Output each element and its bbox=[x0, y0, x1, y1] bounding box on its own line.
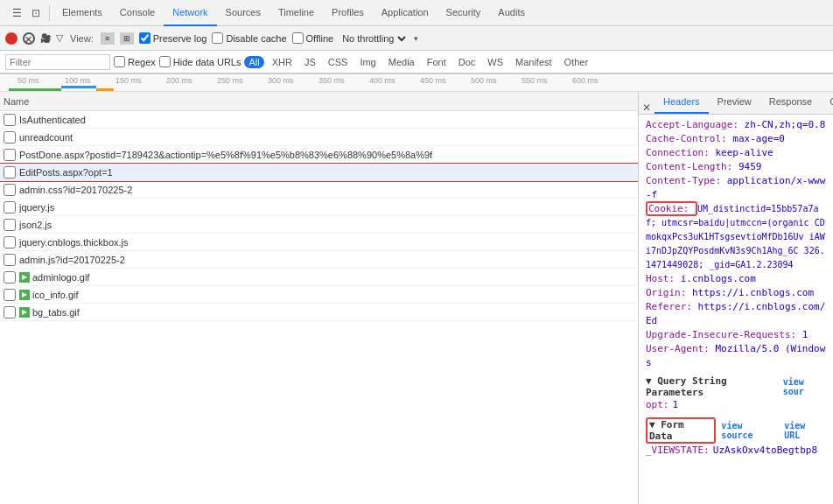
close-panel-button[interactable]: ✕ bbox=[642, 102, 651, 114]
row-checkbox-7[interactable] bbox=[4, 236, 16, 248]
row-name-11: bg_tabs.gif bbox=[32, 307, 634, 318]
header-upgrade-insecure: Upgrade-Insecure-Requests: 1 bbox=[646, 328, 826, 342]
filter-input[interactable] bbox=[5, 54, 110, 70]
tab-timeline[interactable]: Timeline bbox=[270, 0, 323, 26]
tab-network[interactable]: Network bbox=[164, 0, 216, 26]
device-icon[interactable]: ⊡ bbox=[28, 5, 44, 21]
header-referer: Referer: https://i.cnblogs.com/Ed bbox=[646, 300, 826, 328]
filter-tag-xhr[interactable]: XHR bbox=[268, 56, 297, 68]
gif-icon-9: ▶ bbox=[19, 272, 30, 283]
filter-tag-other[interactable]: Other bbox=[560, 56, 593, 68]
row-name-9: adminlogo.gif bbox=[32, 272, 634, 283]
table-row[interactable]: PostDone.aspx?postid=7189423&actiontip=%… bbox=[0, 146, 638, 164]
filter-row: Regex Hide data URLs All XHR JS CSS Img … bbox=[0, 51, 833, 74]
disable-cache-checkbox[interactable] bbox=[212, 32, 223, 44]
table-row[interactable]: ▶ ico_info.gif bbox=[0, 286, 638, 304]
row-checkbox-2[interactable] bbox=[4, 149, 16, 161]
row-name-0: IsAuthenticated bbox=[19, 115, 634, 125]
row-checkbox-6[interactable] bbox=[4, 219, 16, 231]
table-row[interactable]: jquery.cnblogs.thickbox.js bbox=[0, 234, 638, 251]
hide-data-checkbox[interactable] bbox=[159, 56, 171, 67]
tab-audits[interactable]: Audits bbox=[489, 0, 534, 26]
filter-tag-doc[interactable]: Doc bbox=[454, 56, 480, 68]
grid-view-btn[interactable]: ⊞ bbox=[120, 32, 134, 45]
offline-label[interactable]: Offline bbox=[292, 32, 334, 44]
request-list: Name IsAuthenticated unreadcount PostDon… bbox=[0, 92, 639, 504]
main-content: Name IsAuthenticated unreadcount PostDon… bbox=[0, 92, 833, 504]
panel-tab-response[interactable]: Response bbox=[760, 92, 822, 114]
panel-tab-preview[interactable]: Preview bbox=[709, 92, 760, 114]
row-checkbox-1[interactable] bbox=[4, 131, 16, 144]
row-name-8: admin.js?id=20170225-2 bbox=[19, 255, 634, 265]
panel-tab-headers[interactable]: Headers bbox=[654, 92, 709, 114]
tab-application[interactable]: Application bbox=[373, 0, 438, 26]
throttle-dropdown-arrow[interactable]: ▾ bbox=[414, 34, 418, 43]
query-string-section: ▼ Query String Parameters view sour bbox=[646, 375, 826, 398]
filter-tag-js[interactable]: JS bbox=[300, 56, 320, 68]
offline-checkbox[interactable] bbox=[292, 32, 304, 44]
row-checkbox-0[interactable] bbox=[4, 114, 16, 126]
row-name-5: jquery.js bbox=[19, 202, 634, 213]
row-checkbox-11[interactable] bbox=[4, 306, 16, 318]
regex-checkbox[interactable] bbox=[114, 56, 125, 67]
row-checkbox-4[interactable] bbox=[4, 184, 16, 196]
filter-tag-manifest[interactable]: Manifest bbox=[511, 56, 556, 68]
preserve-log-label[interactable]: Preserve log bbox=[139, 32, 207, 44]
timeline-bar: 50 ms 100 ms 150 ms 200 ms 250 ms 300 ms… bbox=[0, 74, 833, 92]
query-view-source-link[interactable]: view sour bbox=[783, 377, 826, 396]
list-view-btn[interactable]: ≡ bbox=[101, 32, 115, 45]
tab-security[interactable]: Security bbox=[438, 0, 490, 26]
main-tabs-row: ☰ ⊡ Elements Console Network Sources Tim… bbox=[0, 0, 833, 26]
gif-icon-10: ▶ bbox=[19, 290, 30, 300]
record-button[interactable] bbox=[5, 32, 18, 45]
filter-tag-css[interactable]: CSS bbox=[324, 56, 353, 68]
row-checkbox-9[interactable] bbox=[4, 271, 16, 284]
camera-icon[interactable]: 🎥 bbox=[40, 33, 51, 43]
tick-300ms: 300 ms bbox=[268, 76, 294, 85]
tick-350ms: 350 ms bbox=[318, 76, 345, 85]
table-row[interactable]: json2.js bbox=[0, 216, 638, 234]
row-name-4: admin.css?id=20170225-2 bbox=[19, 185, 634, 195]
form-view-source-link[interactable]: view source bbox=[721, 421, 779, 440]
table-row-selected[interactable]: EditPosts.aspx?opt=1 bbox=[0, 164, 638, 181]
tab-elements[interactable]: Elements bbox=[53, 0, 111, 26]
row-checkbox-10[interactable] bbox=[4, 289, 16, 301]
tab-sources[interactable]: Sources bbox=[217, 0, 270, 26]
tab-profiles[interactable]: Profiles bbox=[323, 0, 373, 26]
filter-tag-media[interactable]: Media bbox=[384, 56, 419, 68]
tick-200ms: 200 ms bbox=[166, 76, 192, 85]
panel-tab-cookies[interactable]: Cookies bbox=[821, 92, 833, 114]
header-cookie: Cookie: UM_distinctid=15bb57a7af; utmcsr… bbox=[646, 202, 826, 272]
header-connection: Connection: keep-alive bbox=[646, 146, 826, 160]
regex-label[interactable]: Regex bbox=[114, 56, 156, 67]
table-row[interactable]: ▶ adminlogo.gif bbox=[0, 269, 638, 286]
row-checkbox-8[interactable] bbox=[4, 254, 16, 266]
table-row[interactable]: unreadcount bbox=[0, 129, 638, 146]
query-param-opt: opt: 1 bbox=[646, 398, 826, 412]
filter-tag-font[interactable]: Font bbox=[423, 56, 451, 68]
filter-tag-all[interactable]: All bbox=[244, 56, 263, 68]
filter-tag-ws[interactable]: WS bbox=[483, 56, 508, 68]
throttling-select[interactable]: No throttling bbox=[339, 32, 409, 45]
filter-icon[interactable]: ▽ bbox=[56, 32, 63, 44]
header-cache-control: Cache-Control: max-age=0 bbox=[646, 132, 826, 146]
inspect-icon[interactable]: ☰ bbox=[9, 5, 24, 21]
filter-tag-img[interactable]: Img bbox=[355, 56, 380, 68]
table-row[interactable]: admin.css?id=20170225-2 bbox=[0, 181, 638, 199]
table-row[interactable]: IsAuthenticated bbox=[0, 111, 638, 129]
header-host: Host: i.cnblogs.com bbox=[646, 272, 826, 286]
headers-content: Accept-Language: zh-CN,zh;q=0.8 Cache-Co… bbox=[639, 115, 833, 504]
view-label: View: bbox=[70, 33, 94, 44]
hide-data-label[interactable]: Hide data URLs bbox=[159, 56, 242, 67]
row-checkbox-3[interactable] bbox=[4, 166, 16, 178]
tab-console[interactable]: Console bbox=[111, 0, 164, 26]
preserve-log-checkbox[interactable] bbox=[139, 32, 150, 44]
table-row[interactable]: ▶ bg_tabs.gif bbox=[0, 304, 638, 321]
clear-button[interactable]: ✕ bbox=[23, 32, 35, 45]
disable-cache-label[interactable]: Disable cache bbox=[212, 32, 286, 44]
form-view-url-link[interactable]: view URL bbox=[784, 421, 826, 440]
right-panel: ✕ Headers Preview Response Cookies Accep… bbox=[639, 92, 833, 504]
row-checkbox-5[interactable] bbox=[4, 201, 16, 214]
table-row[interactable]: jquery.js bbox=[0, 199, 638, 216]
table-row[interactable]: admin.js?id=20170225-2 bbox=[0, 251, 638, 269]
